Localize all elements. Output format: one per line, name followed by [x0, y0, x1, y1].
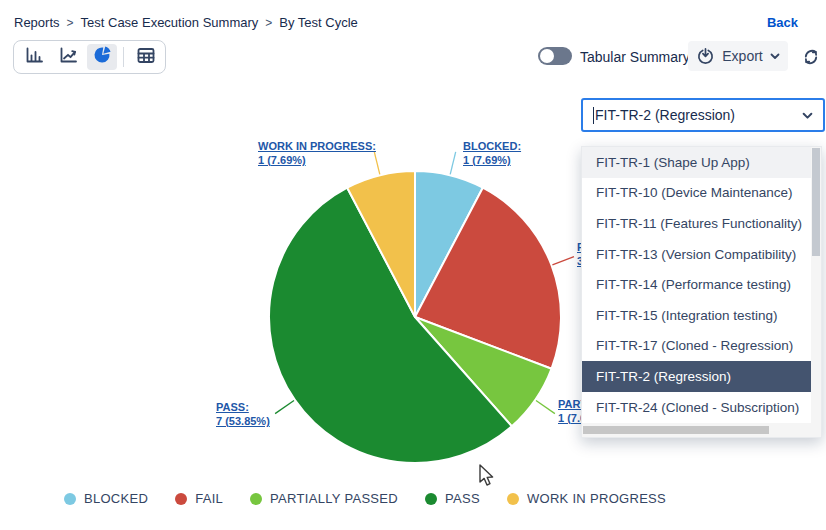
slice-label-title: PASS: — [216, 400, 270, 414]
legend-dot — [175, 493, 187, 505]
slice-label-value: 1 (7.69%) — [258, 153, 376, 167]
leader-line-pass — [275, 401, 294, 414]
legend-dot — [250, 493, 262, 505]
test-cycle-value: FIT-TR-2 (Regression) — [595, 107, 796, 123]
leader-line-blocked — [450, 152, 456, 174]
dropdown-option[interactable]: FIT-TR-14 (Performance testing) — [582, 269, 811, 300]
legend-label: PASS — [445, 491, 480, 506]
test-cycle-dropdown: FIT-TR-1 (Shape Up App)FIT-TR-10 (Device… — [581, 146, 822, 438]
test-cycle-combobox[interactable]: FIT-TR-2 (Regression) — [581, 98, 825, 132]
legend-dot — [507, 493, 519, 505]
legend-label: WORK IN PROGRESS — [527, 491, 666, 506]
slice-label-value: 1 (7.69%) — [463, 153, 521, 167]
horizontal-scrollbar[interactable] — [582, 423, 821, 437]
dropdown-option[interactable]: FIT-TR-1 (Shape Up App) — [582, 147, 811, 178]
dropdown-option[interactable]: FIT-TR-10 (Device Maintenance) — [582, 178, 811, 209]
legend-label: PARTIALLY PASSED — [270, 491, 398, 506]
legend-item: WORK IN PROGRESS — [507, 491, 666, 506]
slice-label-blocked[interactable]: BLOCKED:1 (7.69%) — [463, 139, 521, 167]
horizontal-scrollbar-thumb[interactable] — [583, 426, 769, 434]
dropdown-option[interactable]: FIT-TR-13 (Version Compatibility) — [582, 239, 811, 270]
legend-dot — [64, 493, 76, 505]
dropdown-option[interactable]: FIT-TR-15 (Integration testing) — [582, 300, 811, 331]
legend-item: PASS — [425, 491, 480, 506]
text-caret — [593, 107, 594, 124]
slice-label-title: BLOCKED: — [463, 139, 521, 153]
dropdown-option[interactable]: FIT-TR-2 (Regression) — [582, 361, 811, 392]
legend-dot — [425, 493, 437, 505]
legend-label: BLOCKED — [84, 491, 148, 506]
slice-label-title: WORK IN PROGRESS: — [258, 139, 376, 153]
legend-item: PARTIALLY PASSED — [250, 491, 398, 506]
legend-item: BLOCKED — [64, 491, 148, 506]
dropdown-option[interactable]: FIT-TR-11 (Features Functionality) — [582, 208, 811, 239]
vertical-scrollbar[interactable] — [811, 147, 821, 423]
report-page: Reports>Test Case Execution Summary>By T… — [0, 0, 826, 530]
dropdown-option[interactable]: FIT-TR-17 (Cloned - Regression) — [582, 331, 811, 362]
chevron-down-icon[interactable] — [802, 106, 813, 124]
dropdown-options: FIT-TR-1 (Shape Up App)FIT-TR-10 (Device… — [582, 147, 811, 423]
leader-line-partially-passed — [536, 401, 555, 414]
slice-label-pass[interactable]: PASS:7 (53.85%) — [216, 400, 270, 428]
legend-item: FAIL — [175, 491, 223, 506]
dropdown-option[interactable]: FIT-TR-24 (Cloned - Subscription) — [582, 392, 811, 423]
leader-line-fail — [552, 257, 574, 265]
slice-label-work-in-progress[interactable]: WORK IN PROGRESS:1 (7.69%) — [258, 139, 376, 167]
legend-label: FAIL — [195, 491, 223, 506]
vertical-scrollbar-thumb[interactable] — [812, 148, 820, 256]
chart-legend: BLOCKEDFAILPARTIALLY PASSEDPASSWORK IN P… — [0, 491, 730, 506]
slice-label-value: 7 (53.85%) — [216, 414, 270, 428]
